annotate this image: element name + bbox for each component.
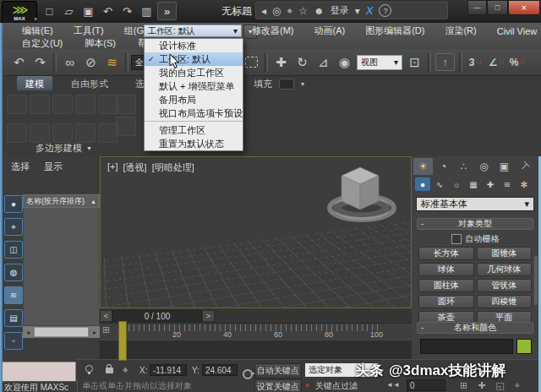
selection-lock-icon[interactable] bbox=[106, 368, 113, 373]
quick-access-icon[interactable]: ▱ bbox=[60, 3, 78, 19]
scroll-left-icon[interactable]: ◂ bbox=[23, 326, 33, 338]
communication-center-icon[interactable]: ⌖ bbox=[287, 5, 293, 17]
toolbar-icon[interactable]: ⊿∩ bbox=[313, 52, 334, 73]
favorites-star-icon[interactable]: ☆ bbox=[298, 5, 308, 17]
object-category-icon[interactable]: ✚ bbox=[483, 177, 498, 191]
object-category-icon[interactable]: ● bbox=[415, 177, 430, 191]
display-toggle-icon[interactable]: ≋ bbox=[4, 286, 23, 304]
maximize-button[interactable]: □ bbox=[487, 0, 508, 15]
object-list[interactable] bbox=[23, 208, 100, 326]
toolbar-icon[interactable]: 3∩ bbox=[465, 52, 486, 73]
close-button[interactable]: × bbox=[508, 0, 540, 15]
ribbon-tab-populate[interactable]: 填充 ▾ bbox=[254, 78, 304, 90]
quick-access-icon[interactable]: ▣ bbox=[79, 3, 97, 19]
perspective-viewport[interactable]: [+][透视][明暗处理] bbox=[100, 156, 412, 308]
panel-scrollbar[interactable] bbox=[534, 256, 538, 305]
auto-key-button[interactable]: 自动关键点 bbox=[254, 363, 302, 378]
workspace-menu-item[interactable]: 重置为默认状态 bbox=[145, 137, 243, 150]
scene-explorer-tab[interactable]: 选择 bbox=[11, 161, 30, 173]
name-column-header[interactable]: 名称(按升序排序) ▲ bbox=[23, 194, 100, 208]
quick-access-icon[interactable]: □ bbox=[41, 3, 58, 19]
scroll-right-icon[interactable]: ▸ bbox=[90, 326, 100, 338]
toolbar-icon[interactable]: ↻∩ bbox=[292, 52, 313, 73]
command-panel-tab-icon[interactable]: ◎ bbox=[474, 158, 494, 175]
object-category-icon[interactable]: ✻ bbox=[516, 177, 532, 191]
chevron-down-icon[interactable]: ▾ bbox=[355, 5, 360, 17]
display-toggle-icon[interactable]: ⌖ bbox=[4, 218, 23, 236]
primitive-button[interactable]: 管状体 bbox=[477, 279, 533, 292]
workspace-menu-item[interactable]: 备用布局 bbox=[145, 93, 243, 106]
toolbar-icon[interactable]: ↷∩ bbox=[30, 52, 51, 73]
name-color-rollout-header[interactable]: - 名称和颜色 bbox=[417, 322, 533, 334]
toolbar-icon[interactable]: ✚∩ bbox=[270, 52, 292, 73]
menu-item[interactable]: 渲染(R) bbox=[445, 24, 476, 37]
toolbar-icon[interactable]: ◉∩ bbox=[334, 52, 355, 73]
command-panel-tab-icon[interactable]: ⊤ bbox=[515, 158, 534, 175]
toolbar-icon[interactable]: ∩ bbox=[53, 53, 57, 72]
ribbon-button[interactable] bbox=[7, 95, 27, 114]
minimize-button[interactable]: — bbox=[467, 0, 487, 15]
x-coord-field[interactable]: -11.914 bbox=[150, 364, 187, 376]
menu-item[interactable]: 修改器(M) bbox=[252, 24, 294, 37]
workspace-menu-item[interactable]: 设计标准 bbox=[145, 39, 243, 52]
menu-item[interactable]: 编辑(E) bbox=[22, 24, 53, 37]
command-panel-tab-icon[interactable]: ☀ bbox=[413, 158, 433, 175]
display-toggle-icon[interactable]: ▫ bbox=[4, 332, 23, 350]
key-filter-icon[interactable]: ● bbox=[305, 381, 309, 389]
ribbon-button[interactable] bbox=[116, 95, 136, 114]
isolate-toggle-icon[interactable] bbox=[85, 365, 93, 373]
command-panel-tab-icon[interactable]: ◔ bbox=[434, 158, 453, 175]
ribbon-tab[interactable]: 自由形式 bbox=[63, 76, 117, 90]
toolbar-icon[interactable]: ∞∩ bbox=[59, 52, 80, 73]
display-toggle-icon[interactable]: ▤ bbox=[4, 309, 23, 327]
toolbar-icon[interactable]: ↶∩ bbox=[8, 52, 30, 73]
viewport-nav-icon[interactable]: ✚ bbox=[478, 380, 485, 391]
ribbon-tab[interactable]: 建模 bbox=[17, 76, 52, 90]
menu-item[interactable]: Civil View bbox=[497, 26, 537, 36]
ribbon-button[interactable] bbox=[52, 123, 73, 143]
time-slider-playhead[interactable] bbox=[118, 321, 127, 361]
object-name-input[interactable] bbox=[420, 339, 513, 354]
ribbon-button[interactable] bbox=[30, 95, 50, 114]
ribbon-button[interactable] bbox=[52, 95, 73, 114]
toolbar-icon[interactable]: ∠∩ bbox=[486, 52, 507, 73]
ribbon-button[interactable] bbox=[7, 123, 27, 143]
workspace-menu-item[interactable]: 默认 + 增强型菜单 bbox=[145, 79, 243, 93]
command-panel-tab-icon[interactable]: ∴ bbox=[454, 158, 473, 175]
viewport-label[interactable]: [+] bbox=[107, 161, 118, 174]
object-type-rollout-header[interactable]: - 对象类型 bbox=[417, 218, 533, 230]
toolbar-icon[interactable]: ∩ bbox=[428, 53, 431, 72]
menu-item[interactable]: 脚本(S) bbox=[85, 37, 116, 50]
primitive-button[interactable]: 圆锥体 bbox=[477, 247, 533, 260]
user-icon[interactable]: ☻ bbox=[314, 5, 325, 17]
primitive-button[interactable]: 球体 bbox=[418, 263, 474, 276]
current-frame-field[interactable]: 0 bbox=[407, 379, 445, 391]
next-frame-button[interactable]: > bbox=[202, 310, 215, 322]
command-panel-tab-icon[interactable]: ▣ bbox=[495, 158, 514, 175]
workspace-menu-item[interactable]: 视口布局选项卡预设 bbox=[145, 106, 243, 120]
horizontal-scrollbar[interactable]: ◂ ▸ bbox=[23, 326, 100, 338]
back-icon[interactable]: ◂ bbox=[261, 5, 266, 17]
object-category-icon[interactable]: ▦ bbox=[466, 177, 481, 191]
sign-in-button[interactable]: 登录 bbox=[331, 4, 349, 17]
display-toggle-icon[interactable]: ◍ bbox=[4, 264, 23, 281]
workspace-menu-item[interactable]: 管理工作区 bbox=[145, 123, 243, 137]
maxscript-mini-listener[interactable] bbox=[2, 362, 76, 382]
menu-item[interactable]: 图形编辑器(D) bbox=[365, 24, 424, 37]
toolbar-icon[interactable]: ∩ bbox=[265, 53, 268, 72]
scrubber-track[interactable]: 0 / 100 bbox=[112, 310, 202, 322]
workspace-selector[interactable]: 工作区: 默认 ▾ bbox=[144, 24, 242, 37]
toolbar-icon[interactable]: %∩ bbox=[507, 52, 528, 73]
key-mode-icon[interactable] bbox=[243, 369, 253, 379]
ribbon-button[interactable] bbox=[75, 123, 96, 143]
reference-coordinate-dropdown[interactable]: 视图▾ bbox=[357, 55, 402, 70]
object-category-icon[interactable]: ≋ bbox=[500, 177, 515, 191]
quick-access-icon[interactable]: ↷ bbox=[118, 3, 136, 19]
toolbar-icon[interactable]: ≋∩ bbox=[101, 52, 123, 73]
previous-frame-button[interactable]: < bbox=[100, 310, 112, 322]
primitive-button[interactable]: 几何球体 bbox=[477, 263, 533, 276]
primitive-button[interactable]: 圆环 bbox=[418, 295, 474, 308]
object-category-icon[interactable]: ∿ bbox=[432, 177, 447, 191]
menu-item[interactable]: 工具(T) bbox=[74, 24, 104, 37]
scene-explorer-tab[interactable]: 显示 bbox=[44, 161, 63, 173]
